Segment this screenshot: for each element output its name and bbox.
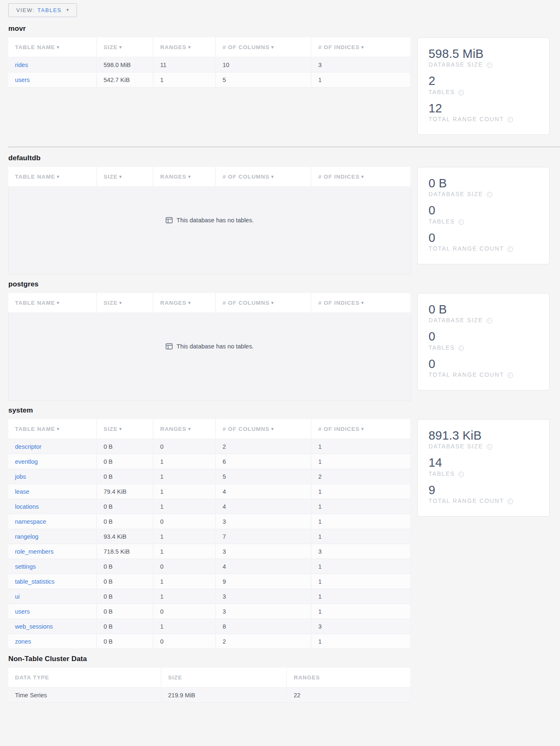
info-icon[interactable]: i [487, 444, 492, 450]
info-icon[interactable]: i [508, 373, 513, 378]
sort-descending-icon: ▼ [56, 427, 61, 431]
info-icon[interactable]: i [458, 472, 464, 477]
view-selector-dropdown[interactable]: VIEW: TABLES ▼ [8, 3, 77, 17]
info-icon[interactable]: i [487, 318, 492, 323]
column-header-ranges: RANGES [287, 668, 411, 688]
table-value-cell: 1 [312, 589, 411, 604]
table-name-cell: zones [8, 634, 97, 649]
table-value-cell: 93.4 KiB [97, 529, 154, 544]
table-value-cell: 1 [312, 72, 411, 87]
column-header[interactable]: SIZE▼ [97, 167, 154, 187]
column-header[interactable]: SIZE▼ [97, 419, 154, 439]
table-name-link[interactable]: eventlog [15, 458, 38, 465]
column-header[interactable]: RANGES▼ [154, 293, 216, 313]
column-header[interactable]: TABLE NAME▼ [8, 37, 97, 57]
table-row: web_sessions0 B183 [8, 619, 411, 634]
total-range-count-stat: 9 TOTAL RANGE COUNT i [429, 483, 538, 504]
database-size-stat: 598.5 MiB DATABASE SIZE i [429, 47, 538, 68]
total-range-count-label: TOTAL RANGE COUNT i [429, 371, 538, 378]
table-name-link[interactable]: role_members [15, 548, 54, 555]
database-table: TABLE NAME▼SIZE▼RANGES▼# OF COLUMNS▼# OF… [8, 293, 411, 313]
table-name-link[interactable]: namespace [15, 518, 46, 525]
table-name-link[interactable]: zones [15, 638, 31, 645]
column-header[interactable]: RANGES▼ [154, 419, 216, 439]
database-summary-card: 598.5 MiB DATABASE SIZE i 2 TABLES i 12 … [417, 37, 550, 135]
table-row: ui0 B131 [8, 589, 411, 604]
table-value-cell: 0 B [97, 574, 154, 589]
table-name-link[interactable]: descriptor [15, 443, 42, 450]
column-header[interactable]: TABLE NAME▼ [8, 419, 97, 439]
table-value-cell: 1 [154, 469, 216, 484]
table-name-link[interactable]: table_statistics [15, 578, 55, 585]
table-name-link[interactable]: users [15, 77, 30, 83]
table-name-cell: ui [8, 589, 97, 604]
column-header[interactable]: # OF COLUMNS▼ [216, 293, 312, 313]
info-icon[interactable]: i [458, 90, 464, 95]
tables-count-value: 0 [429, 330, 538, 343]
table-value-cell: 3 [312, 544, 411, 559]
table-name-link[interactable]: users [15, 608, 30, 615]
column-header[interactable]: RANGES▼ [154, 37, 216, 57]
info-icon[interactable]: i [508, 117, 513, 122]
table-name-cell: descriptor [8, 439, 97, 454]
table-name-link[interactable]: ui [15, 593, 20, 600]
info-icon[interactable]: i [508, 499, 513, 504]
table-row: jobs0 B152 [8, 469, 411, 484]
table-name-cell: role_members [8, 544, 97, 559]
column-header[interactable]: # OF INDICES▼ [312, 293, 411, 313]
database-section: system TABLE NAME▼SIZE▼RANGES▼# OF COLUM… [8, 406, 560, 649]
column-header[interactable]: # OF COLUMNS▼ [216, 37, 312, 57]
column-header[interactable]: # OF COLUMNS▼ [216, 167, 312, 187]
info-icon[interactable]: i [487, 192, 492, 197]
non-table-section-title: Non-Table Cluster Data [8, 655, 560, 663]
total-range-count-value: 9 [429, 483, 538, 497]
total-range-count-value: 0 [429, 357, 538, 371]
database-name-heading: defaultdb [8, 154, 560, 162]
sort-descending-icon: ▼ [270, 45, 275, 50]
table-name-link[interactable]: locations [15, 503, 39, 510]
column-header[interactable]: SIZE▼ [97, 37, 154, 57]
table-value-cell: 1 [154, 72, 216, 87]
table-name-link[interactable]: rangelog [15, 533, 38, 540]
column-header[interactable]: # OF INDICES▼ [312, 37, 411, 57]
info-icon[interactable]: i [487, 62, 492, 68]
table-value-cell: 4 [216, 559, 312, 574]
table-value-cell: 3 [216, 604, 312, 619]
table-value-cell: 1 [312, 484, 411, 499]
info-icon[interactable]: i [458, 219, 464, 225]
column-header[interactable]: # OF INDICES▼ [312, 167, 411, 187]
table-value-cell: 1 [154, 574, 216, 589]
column-header[interactable]: SIZE▼ [97, 293, 154, 313]
total-range-count-value: 0 [429, 231, 538, 245]
database-summary-card: 891.3 KiB DATABASE SIZE i 14 TABLES i 9 … [417, 419, 550, 517]
table-value-cell: 0 B [97, 454, 154, 469]
info-icon[interactable]: i [458, 346, 464, 351]
table-value-cell: 1 [312, 514, 411, 529]
table-name-link[interactable]: jobs [15, 473, 26, 480]
data-type-cell: Time Series [8, 688, 161, 703]
sort-descending-icon: ▼ [187, 427, 192, 431]
table-value-cell: 4 [216, 499, 312, 514]
column-header[interactable]: # OF COLUMNS▼ [216, 419, 312, 439]
table-name-link[interactable]: rides [15, 62, 28, 68]
table-name-link[interactable]: settings [15, 563, 36, 570]
tables-count-label: TABLES i [429, 344, 538, 351]
column-header[interactable]: # OF INDICES▼ [312, 419, 411, 439]
database-section: movr TABLE NAME▼SIZE▼RANGES▼# OF COLUMNS… [8, 25, 560, 135]
size-cell: 219.9 MiB [161, 688, 287, 703]
table-value-cell: 4 [216, 484, 312, 499]
table-value-cell: 5 [216, 72, 312, 87]
non-table-cluster-data-table: DATA TYPE SIZE RANGES Time Series 219.9 … [8, 668, 411, 703]
column-header[interactable]: TABLE NAME▼ [8, 293, 97, 313]
table-name-link[interactable]: web_sessions [15, 623, 53, 630]
table-name-cell: rides [8, 57, 97, 72]
column-header[interactable]: TABLE NAME▼ [8, 167, 97, 187]
empty-database-message: This database has no tables. [8, 313, 411, 400]
table-name-link[interactable]: lease [15, 488, 30, 495]
table-value-cell: 0 B [97, 634, 154, 649]
section-divider [8, 147, 560, 147]
table-name-cell: namespace [8, 514, 97, 529]
table-value-cell: 1 [312, 559, 411, 574]
column-header[interactable]: RANGES▼ [154, 167, 216, 187]
info-icon[interactable]: i [508, 246, 513, 252]
